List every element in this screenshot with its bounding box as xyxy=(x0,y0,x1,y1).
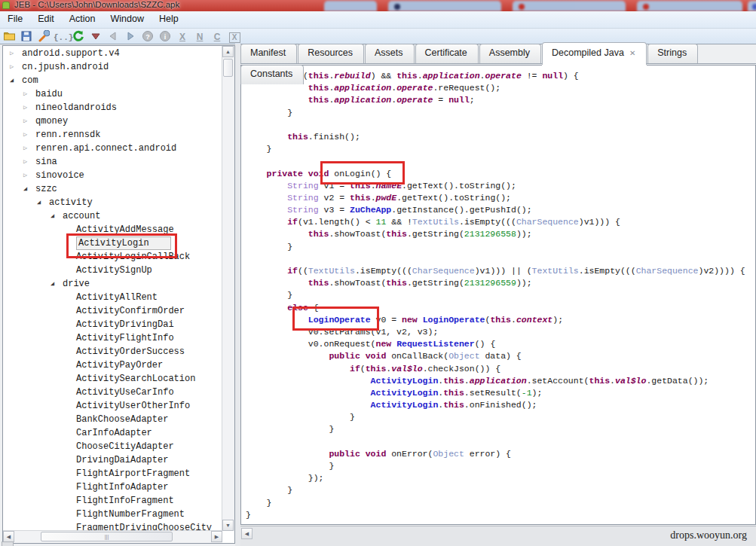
code-line[interactable]: String v2 = this.pwdE.getText().toString… xyxy=(246,192,755,204)
scroll-left-button[interactable]: ◀ xyxy=(3,531,14,542)
tree-item-com[interactable]: ◢com xyxy=(4,74,222,87)
code-line[interactable]: } xyxy=(246,509,755,521)
tab-decompiled-java[interactable]: Decompiled Java✕ xyxy=(542,42,647,65)
expanded-arrow-icon[interactable]: ◢ xyxy=(51,209,63,223)
code-line[interactable]: ActivityLogin.this.setResult(-1); xyxy=(246,387,755,399)
tree-item-activitysearchlocation[interactable]: ActivitySearchLocation xyxy=(4,372,222,386)
goto-down-button[interactable] xyxy=(88,29,103,43)
tab-certificate[interactable]: Certificate xyxy=(415,44,479,63)
menu-item-window[interactable]: Window xyxy=(103,11,151,24)
tab-assets[interactable]: Assets xyxy=(365,44,415,63)
scroll-up-button[interactable]: ▲ xyxy=(222,46,234,57)
tree-item-activityconfirmorder[interactable]: ActivityConfirmOrder xyxy=(4,304,222,318)
expanded-arrow-icon[interactable]: ◢ xyxy=(37,196,49,209)
tab-assembly[interactable]: Assembly xyxy=(479,44,541,63)
options-button[interactable] xyxy=(36,29,51,43)
code-line[interactable]: this.application.operate.reRequest(); xyxy=(246,82,755,94)
menu-item-edit[interactable]: Edit xyxy=(30,11,62,24)
tree-item-flightnumberfragment[interactable]: FlightNumberFragment xyxy=(4,508,222,521)
collapsed-arrow-icon[interactable]: ▷ xyxy=(10,60,22,74)
scroll-right-button[interactable]: ▶ xyxy=(211,531,222,542)
tree-item-activity[interactable]: ◢activity xyxy=(4,196,222,209)
tree-item-baidu[interactable]: ▷baidu xyxy=(4,87,222,101)
tree-item-drivingdaiadapter[interactable]: DrivingDaiAdapter xyxy=(4,453,222,467)
code-line[interactable]: this.application.operate = null; xyxy=(246,94,755,106)
tree-item-bankchooseadapter[interactable]: BankChooseAdapter xyxy=(4,413,222,426)
tree-item-activityuserotherinfo[interactable]: ActivityUserOtherInfo xyxy=(4,399,222,413)
rename-button[interactable]: N xyxy=(192,29,207,43)
code-line[interactable]: public void onCallBack(Object data) { xyxy=(246,350,755,362)
code-line[interactable] xyxy=(246,436,755,448)
tree-item-sinovoice[interactable]: ▷sinovoice xyxy=(4,169,222,182)
decompiled-java-panel[interactable]: if((this.rebuild) && this.application.op… xyxy=(240,65,756,525)
save-button[interactable] xyxy=(19,29,34,43)
menu-item-file[interactable]: File xyxy=(0,11,30,24)
tree-item-renn-rennsdk[interactable]: ▷renn.rennsdk xyxy=(4,128,222,142)
tree-item-nineoldandroids[interactable]: ▷nineoldandroids xyxy=(4,101,222,114)
collapsed-arrow-icon[interactable]: ▷ xyxy=(23,114,35,128)
tree-item-sina[interactable]: ▷sina xyxy=(4,155,222,169)
code-line[interactable]: } xyxy=(246,484,755,496)
code-line[interactable]: if(v1.length() < 11 && !TextUtils.isEmpt… xyxy=(246,216,755,228)
code-line[interactable]: } xyxy=(246,289,755,301)
tree-item-drive[interactable]: ◢drive xyxy=(4,277,222,291)
expanded-arrow-icon[interactable]: ◢ xyxy=(51,277,63,291)
tree-item-fragmentdrivingchoosecity[interactable]: FragmentDrivingChooseCity xyxy=(4,521,222,530)
tree-vertical-scrollbar[interactable]: ▲ ▼ xyxy=(222,46,234,531)
tree-item-activitypayorder[interactable]: ActivityPayOrder xyxy=(4,358,222,372)
expanded-arrow-icon[interactable]: ◢ xyxy=(10,74,22,87)
code-line[interactable]: if((TextUtils.isEmpty(((CharSequence)v1)… xyxy=(246,265,755,277)
code-line[interactable]: }); xyxy=(246,472,755,484)
code-line[interactable]: } xyxy=(246,107,755,119)
open-file-button[interactable] xyxy=(2,29,17,43)
tree-item-flightinfoadapter[interactable]: FlightInfoAdapter xyxy=(4,480,222,494)
back-button[interactable] xyxy=(106,29,121,43)
tree-item-cn-jpush-android[interactable]: ▷cn.jpush.android xyxy=(4,60,222,74)
collapsed-arrow-icon[interactable]: ▷ xyxy=(23,142,35,155)
horizontal-scroll-thumb[interactable]: ||| xyxy=(41,532,173,541)
tree-item-account[interactable]: ◢account xyxy=(4,209,222,223)
menu-item-action[interactable]: Action xyxy=(62,11,103,24)
tab-constants[interactable]: Constants xyxy=(240,65,304,84)
collapsed-arrow-icon[interactable]: ▷ xyxy=(23,169,35,182)
tree-item-activityordersuccess[interactable]: ActivityOrderSuccess xyxy=(4,345,222,358)
code-line[interactable]: } xyxy=(246,423,755,435)
help-button[interactable]: ? xyxy=(140,29,155,43)
tree-item-activityusecarinfo[interactable]: ActivityUseCarInfo xyxy=(4,386,222,399)
collapsed-arrow-icon[interactable]: ▷ xyxy=(23,128,35,142)
tree-item-android-support-v4[interactable]: ▷android.support.v4 xyxy=(4,47,222,60)
tree-item-szzc[interactable]: ◢szzc xyxy=(4,182,222,196)
scroll-down-button[interactable]: ▼ xyxy=(222,520,234,531)
tree-item-carinfoadapter[interactable]: CarInfoAdapter xyxy=(4,426,222,440)
code-line[interactable] xyxy=(246,253,755,265)
code-line[interactable]: this.showToast(this.getString(2131296558… xyxy=(246,228,755,240)
code-line[interactable]: v0.onRequest(new RequestListener() { xyxy=(246,338,755,350)
tree-item-activitydrivingdai[interactable]: ActivityDrivingDai xyxy=(4,318,222,331)
tree-item-flightinfofragment[interactable]: FlightInfoFragment xyxy=(4,494,222,508)
code-line[interactable]: } xyxy=(246,497,755,509)
menu-item-help[interactable]: Help xyxy=(152,11,186,24)
xref-button[interactable]: X xyxy=(175,29,190,43)
vertical-scroll-thumb[interactable] xyxy=(223,59,233,77)
collapsed-arrow-icon[interactable]: ▷ xyxy=(23,101,35,114)
tree-item-activitysignup[interactable]: ActivitySignUp xyxy=(4,264,222,277)
tab-resources[interactable]: Resources xyxy=(298,44,364,63)
code-line[interactable]: if((this.rebuild) && this.application.op… xyxy=(246,70,755,82)
close-icon[interactable]: ✕ xyxy=(629,49,635,57)
code-line[interactable]: public void onError(Object error) { xyxy=(246,448,755,460)
code-line[interactable]: this.finish(); xyxy=(246,131,755,143)
refresh-button[interactable] xyxy=(71,29,86,43)
collapsed-arrow-icon[interactable]: ▷ xyxy=(23,87,35,101)
tree-item-activityflightinfo[interactable]: ActivityFlightInfo xyxy=(4,331,222,345)
info-button[interactable]: i xyxy=(158,29,173,43)
code-line[interactable]: ActivityLogin.this.onFinished(); xyxy=(246,399,755,411)
tree-item-choosecitiyadapter[interactable]: ChooseCitiyAdapter xyxy=(4,440,222,453)
tab-manifest[interactable]: Manifest xyxy=(240,44,297,63)
panel-splitter[interactable] xyxy=(235,44,240,546)
code-line[interactable]: } xyxy=(246,460,755,472)
forward-button[interactable] xyxy=(123,29,138,43)
tree-item-flightairportfragment[interactable]: FlightAirportFragment xyxy=(4,467,222,480)
collapsed-arrow-icon[interactable]: ▷ xyxy=(23,155,35,169)
code-line[interactable] xyxy=(246,119,755,131)
collapsed-arrow-icon[interactable]: ▷ xyxy=(10,47,22,60)
